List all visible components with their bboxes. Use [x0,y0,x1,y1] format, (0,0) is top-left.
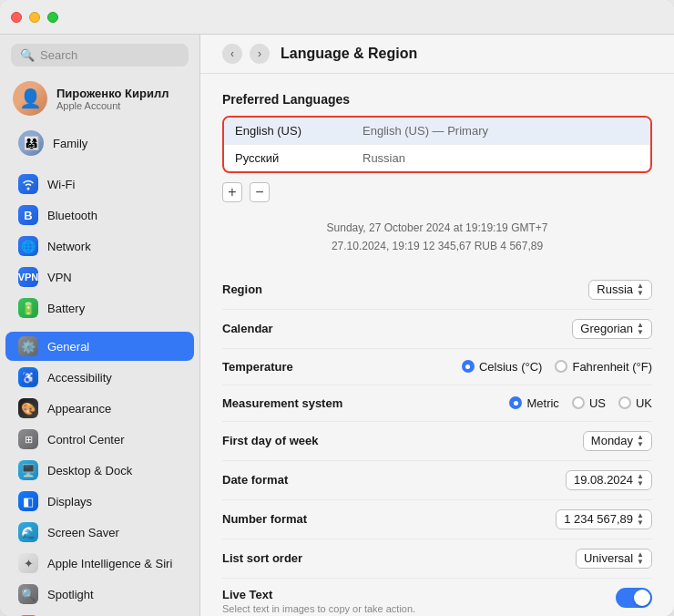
date-preview-line1: Sunday, 27 October 2024 at 19:19:19 GMT+… [222,219,652,237]
metric-radio[interactable] [509,396,522,409]
uk-label: UK [636,396,652,410]
screen-saver-icon: 🌊 [18,522,38,542]
remove-language-button[interactable]: − [250,182,270,202]
language-row-russian[interactable]: Русский Russian [224,145,650,171]
live-text-row: Live Text Select text in images to copy … [222,588,652,614]
number-format-label: Number format [222,512,556,526]
family-label: Family [53,137,87,150]
calendar-stepper[interactable]: Gregorian ▲▼ [572,319,652,339]
language-desc-english: English (US) — Primary [363,124,488,138]
back-button[interactable]: ‹ [222,44,242,64]
metric-option[interactable]: Metric [509,396,558,410]
number-format-value[interactable]: 1 234 567,89 ▲▼ [556,509,652,529]
number-format-arrows: ▲▼ [637,512,644,527]
maximize-button[interactable] [47,12,58,23]
celsius-option[interactable]: Celsius (°C) [462,360,542,374]
first-day-arrows: ▲▼ [637,434,644,448]
vpn-label: VPN [47,271,72,284]
sidebar-item-wifi[interactable]: Wi-Fi [5,169,194,199]
us-label: US [589,396,606,410]
sidebar-item-appearance[interactable]: 🎨 Appearance [5,394,194,423]
first-day-stepper[interactable]: Monday ▲▼ [583,431,652,451]
language-name-english: English (US) [235,124,363,138]
sidebar-item-desktop-dock[interactable]: 🖥️ Desktop & Dock [5,456,194,485]
network-icon: 🌐 [18,236,38,256]
measurement-options: Metric US UK [509,396,652,410]
measurement-label: Measurement system [222,396,509,410]
forward-button[interactable]: › [250,44,270,64]
sidebar-item-displays[interactable]: ◧ Displays [5,487,194,516]
user-subtitle: Apple Account [56,100,168,111]
calendar-value[interactable]: Gregorian ▲▼ [572,319,652,339]
sidebar-item-wallpaper[interactable]: 🖼️ Wallpaper [5,611,194,616]
sidebar-item-control-center[interactable]: ⊞ Control Center [5,425,194,454]
date-preview: Sunday, 27 October 2024 at 19:19:19 GMT+… [222,219,652,256]
user-name: Пироженко Кирилл [56,87,168,100]
sidebar-item-vpn[interactable]: VPN VPN [5,262,194,292]
sidebar-item-general[interactable]: ⚙️ General [5,332,194,361]
us-radio[interactable] [572,396,585,409]
first-day-value[interactable]: Monday ▲▼ [583,431,652,451]
bluetooth-label: Bluetooth [47,209,97,222]
sidebar-item-spotlight[interactable]: 🔍 Spotlight [5,580,194,609]
temperature-label: Temperature [222,360,462,374]
traffic-lights [11,12,58,23]
family-avatar: 👨‍👩‍👧 [18,130,44,156]
language-row-english[interactable]: English (US) English (US) — Primary [224,118,650,145]
date-format-value[interactable]: 19.08.2024 ▲▼ [566,470,652,490]
fahrenheit-label: Fahrenheit (°F) [572,360,652,374]
control-center-label: Control Center [47,433,125,447]
general-icon: ⚙️ [18,336,38,356]
languages-list: English (US) English (US) — Primary Русс… [222,116,652,173]
language-name-russian: Русский [235,151,363,165]
minimize-button[interactable] [29,12,40,23]
bluetooth-icon: B [18,205,38,225]
page-title: Language & Region [281,46,417,62]
date-format-stepper[interactable]: 19.08.2024 ▲▼ [566,470,652,490]
number-format-stepper[interactable]: 1 234 567,89 ▲▼ [556,509,652,529]
user-account-section[interactable]: 👤 Пироженко Кирилл Apple Account [0,74,199,125]
live-text-subtitle: Select text in images to copy or take ac… [222,603,616,614]
region-stepper-arrows: ▲▼ [637,282,644,297]
screen-saver-label: Screen Saver [47,526,119,539]
list-sort-value[interactable]: Universal ▲▼ [576,549,652,569]
search-bar[interactable]: 🔍 Search [11,44,189,67]
apple-intelligence-icon: ✦ [18,553,38,573]
sidebar-item-family[interactable]: 👨‍👩‍👧 Family [5,126,194,160]
avatar: 👤 [13,81,47,116]
date-format-row: Date format 19.08.2024 ▲▼ [222,461,652,500]
main-body: Preferred Languages English (US) English… [200,74,674,616]
sidebar-item-apple-intelligence[interactable]: ✦ Apple Intelligence & Siri [5,549,194,578]
sidebar-item-network[interactable]: 🌐 Network [5,231,194,261]
uk-radio[interactable] [618,396,631,409]
list-sort-arrows: ▲▼ [637,551,644,566]
live-text-title: Live Text [222,588,616,601]
main-content: ‹ › Language & Region Preferred Language… [200,35,674,616]
sidebar-item-bluetooth[interactable]: B Bluetooth [5,200,194,230]
us-option[interactable]: US [572,396,606,410]
region-stepper[interactable]: Russia ▲▼ [588,280,652,300]
first-day-row: First day of week Monday ▲▼ [222,422,652,461]
vpn-icon: VPN [18,267,38,287]
fahrenheit-option[interactable]: Fahrenheit (°F) [555,360,652,374]
sidebar: 🔍 Search 👤 Пироженко Кирилл Apple Accoun… [0,35,200,616]
search-placeholder: Search [40,48,77,62]
add-language-button[interactable]: + [222,182,242,202]
uk-option[interactable]: UK [618,396,652,410]
close-button[interactable] [11,12,22,23]
fahrenheit-radio[interactable] [555,360,567,373]
list-sort-row: List sort order Universal ▲▼ [222,539,652,579]
list-sort-stepper[interactable]: Universal ▲▼ [576,549,652,569]
list-sort-label: List sort order [222,551,576,565]
sidebar-item-accessibility[interactable]: ♿ Accessibility [5,363,194,392]
battery-icon: 🔋 [18,298,38,318]
celsius-radio[interactable] [462,360,475,373]
live-text-section: Live Text Select text in images to copy … [222,579,652,616]
date-preview-line2: 27.10.2024, 19:19 12 345,67 RUB 4 567,89 [222,237,652,255]
desktop-dock-icon: 🖥️ [18,460,38,480]
live-text-toggle[interactable] [616,588,652,608]
calendar-stepper-arrows: ▲▼ [637,322,644,336]
sidebar-item-battery[interactable]: 🔋 Battery [5,293,194,323]
region-value[interactable]: Russia ▲▼ [588,280,652,300]
sidebar-item-screen-saver[interactable]: 🌊 Screen Saver [5,518,194,547]
